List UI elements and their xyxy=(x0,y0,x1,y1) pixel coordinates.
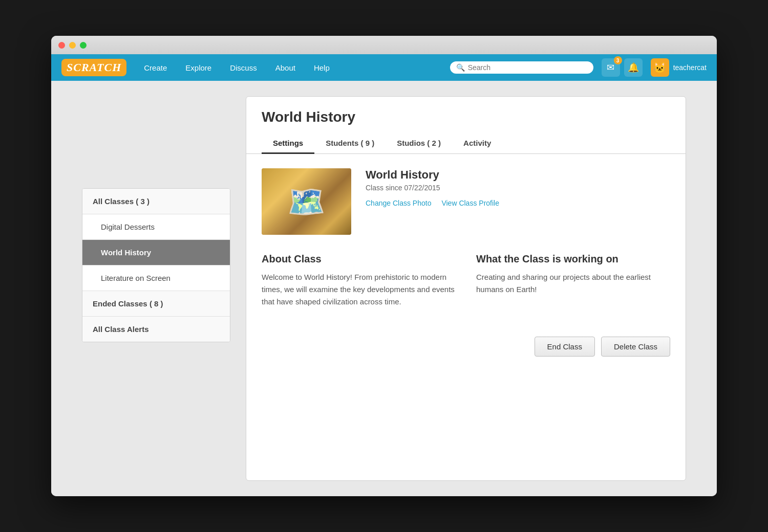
nav-help[interactable]: Help xyxy=(305,54,339,81)
search-icon: 🔍 xyxy=(456,63,465,72)
nav-about[interactable]: About xyxy=(266,54,305,81)
change-photo-link[interactable]: Change Class Photo xyxy=(366,199,431,207)
messages-button[interactable]: ✉ 3 xyxy=(602,58,620,77)
class-photo: 🗺️ xyxy=(262,168,351,235)
sidebar-all-alerts[interactable]: All Class Alerts xyxy=(82,317,230,342)
class-info-row: 🗺️ World History Class since 07/22/2015 … xyxy=(262,168,670,235)
class-since: Class since 07/22/2015 xyxy=(366,184,670,192)
titlebar xyxy=(51,36,717,54)
close-button[interactable] xyxy=(58,42,65,49)
sidebar-all-classes[interactable]: All Classes ( 3 ) xyxy=(82,189,230,214)
nav-explore[interactable]: Explore xyxy=(176,54,221,81)
class-links: Change Class Photo View Class Profile xyxy=(366,199,670,207)
sidebar: All Classes ( 3 ) Digital Desserts World… xyxy=(82,96,230,481)
nav-discuss[interactable]: Discuss xyxy=(221,54,266,81)
action-buttons: End Class Delete Class xyxy=(262,326,670,357)
app-window: SCRATCH Create Explore Discuss About Hel… xyxy=(51,36,717,496)
scratch-logo[interactable]: SCRATCH xyxy=(61,59,126,76)
search-input[interactable] xyxy=(468,63,587,72)
fullscreen-button[interactable] xyxy=(80,42,87,49)
navbar: SCRATCH Create Explore Discuss About Hel… xyxy=(51,54,717,81)
search-bar: 🔍 xyxy=(450,61,593,74)
working-on-title: What the Class is working on xyxy=(476,253,670,265)
class-details: World History Class since 07/22/2015 Cha… xyxy=(366,168,670,207)
sidebar-item-literature-on-screen[interactable]: Literature on Screen xyxy=(82,265,230,291)
panel-header: World History Settings Students ( 9 ) St… xyxy=(246,97,686,154)
content-panel: World History Settings Students ( 9 ) St… xyxy=(246,96,686,481)
nav-create[interactable]: Create xyxy=(135,54,176,81)
tab-activity[interactable]: Activity xyxy=(452,134,502,154)
sidebar-item-world-history[interactable]: World History xyxy=(82,240,230,265)
sidebar-item-digital-desserts[interactable]: Digital Desserts xyxy=(82,214,230,240)
sidebar-section: All Classes ( 3 ) Digital Desserts World… xyxy=(82,188,230,342)
minimize-button[interactable] xyxy=(69,42,76,49)
view-profile-link[interactable]: View Class Profile xyxy=(441,199,499,207)
tabs: Settings Students ( 9 ) Studios ( 2 ) Ac… xyxy=(262,134,670,153)
tab-students[interactable]: Students ( 9 ) xyxy=(314,134,386,154)
nav-links: Create Explore Discuss About Help xyxy=(135,54,450,81)
end-class-button[interactable]: End Class xyxy=(535,337,595,357)
settings-content: 🗺️ World History Class since 07/22/2015 … xyxy=(246,154,686,371)
tab-settings[interactable]: Settings xyxy=(262,134,314,154)
nav-icons: ✉ 3 🔔 🐱 teachercat xyxy=(602,58,707,77)
working-on-col: What the Class is working on Creating an… xyxy=(476,253,670,308)
user-menu[interactable]: 🐱 teachercat xyxy=(651,58,707,77)
about-col: About Class Welcome to World History! Fr… xyxy=(262,253,456,308)
notifications-button[interactable]: 🔔 xyxy=(624,58,643,77)
class-photo-image: 🗺️ xyxy=(262,168,351,235)
delete-class-button[interactable]: Delete Class xyxy=(601,337,670,357)
message-badge: 3 xyxy=(614,56,622,64)
class-name: World History xyxy=(366,168,670,182)
two-col-section: About Class Welcome to World History! Fr… xyxy=(262,253,670,308)
username: teachercat xyxy=(673,63,707,72)
about-text: Welcome to World History! From prehistor… xyxy=(262,271,456,308)
avatar: 🐱 xyxy=(651,58,669,77)
sidebar-ended-classes[interactable]: Ended Classes ( 8 ) xyxy=(82,291,230,317)
main-content: All Classes ( 3 ) Digital Desserts World… xyxy=(51,81,717,496)
working-on-text: Creating and sharing our projects about … xyxy=(476,271,670,296)
about-title: About Class xyxy=(262,253,456,265)
tab-studios[interactable]: Studios ( 2 ) xyxy=(386,134,452,154)
panel-title: World History xyxy=(262,109,670,125)
